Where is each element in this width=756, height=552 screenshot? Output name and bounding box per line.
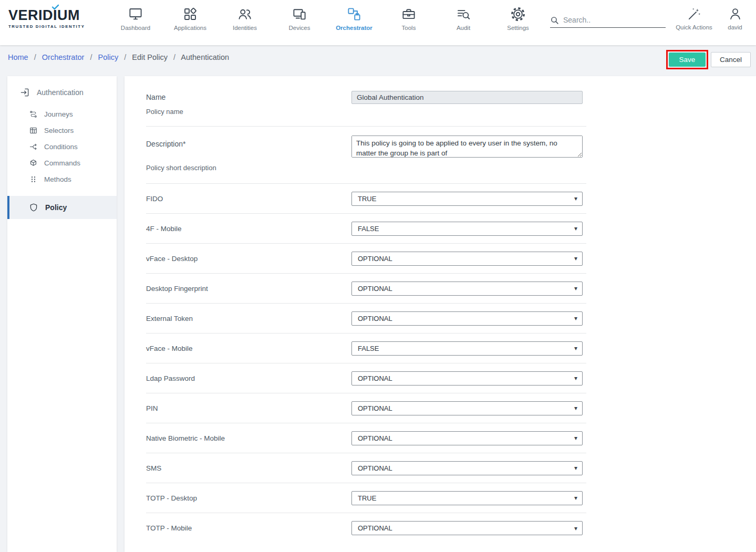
- field-label: 4F - Mobile: [146, 225, 351, 233]
- field-row-ldap-password: Ldap Password OPTIONAL ▾: [146, 363, 586, 393]
- search-icon: [550, 16, 559, 25]
- description-label: Description*: [146, 140, 351, 148]
- nav-label: Dashboard: [121, 25, 150, 31]
- user-name-label: david: [728, 24, 742, 30]
- external-token-select[interactable]: OPTIONAL ▾: [351, 311, 583, 326]
- identities-icon: [237, 6, 253, 22]
- field-row-native-biometric-mobile: Native Biometric - Mobile OPTIONAL ▾: [146, 423, 586, 453]
- sms-select[interactable]: OPTIONAL ▾: [351, 461, 583, 475]
- orchestrator-icon: [346, 6, 362, 22]
- field-label: vFace - Mobile: [146, 345, 351, 352]
- breadcrumb-policy[interactable]: Policy: [98, 53, 118, 61]
- nav-label: Devices: [289, 25, 310, 31]
- selectors-table-icon: [29, 126, 38, 135]
- login-arrow-icon: [19, 87, 30, 98]
- vface-mobile-select[interactable]: FALSE ▾: [351, 341, 583, 356]
- sidebar-item-methods[interactable]: Methods: [7, 171, 117, 188]
- select-value: TRUE: [358, 494, 376, 502]
- nav-item-orchestrator[interactable]: Orchestrator: [327, 5, 381, 31]
- quick-actions-button[interactable]: Quick Actions: [674, 5, 714, 30]
- nav-label: Identities: [233, 25, 257, 31]
- chevron-down-icon: ▾: [574, 225, 577, 232]
- 4f-mobile-select[interactable]: FALSE ▾: [351, 222, 583, 236]
- nav-item-devices[interactable]: Devices: [272, 5, 327, 31]
- pin-select[interactable]: OPTIONAL ▾: [351, 401, 583, 415]
- journeys-route-icon: [29, 110, 38, 119]
- sidebar-item-label: Policy: [45, 203, 67, 212]
- nav-label: Tools: [402, 25, 416, 31]
- sidebar-item-policy-active[interactable]: Policy: [7, 196, 117, 219]
- header-right: Quick Actions david: [674, 5, 755, 30]
- name-row: Name Policy name: [146, 77, 586, 127]
- user-avatar-icon: [728, 6, 743, 22]
- field-row-totp-desktop: TOTP - Desktop TRUE ▾: [146, 483, 586, 513]
- nav-item-tools[interactable]: Tools: [381, 5, 436, 31]
- chevron-down-icon: ▾: [574, 195, 577, 202]
- select-value: OPTIONAL: [358, 404, 392, 412]
- field-label: vFace - Desktop: [146, 255, 351, 263]
- chevron-down-icon: ▾: [574, 315, 577, 321]
- sidebar-header-authentication: Authentication: [7, 76, 117, 106]
- description-sublabel: Policy short description: [146, 164, 351, 172]
- policy-edit-panel: Name Policy name Description* Policy sho…: [125, 76, 756, 552]
- nav-label: Settings: [507, 25, 529, 31]
- nav-item-identities[interactable]: Identities: [218, 5, 272, 31]
- field-label: PIN: [146, 404, 351, 412]
- vface-desktop-select[interactable]: OPTIONAL ▾: [351, 252, 583, 266]
- desktop-fingerprint-select[interactable]: OPTIONAL ▾: [351, 282, 583, 296]
- select-value: OPTIONAL: [358, 315, 392, 322]
- sidebar-item-conditions[interactable]: Conditions: [7, 139, 117, 155]
- select-value: OPTIONAL: [358, 464, 392, 472]
- magic-wand-icon: [687, 6, 702, 22]
- breadcrumb-home[interactable]: Home: [8, 53, 28, 61]
- user-menu[interactable]: david: [714, 5, 755, 30]
- chevron-down-icon: ▾: [574, 495, 577, 501]
- sidebar-item-label: Methods: [44, 175, 71, 183]
- fido-select[interactable]: TRUE ▾: [351, 192, 583, 206]
- veridium-logo[interactable]: VERIDIUM TRUSTED DIGITAL IDENTITY: [8, 8, 85, 29]
- native-biometric-mobile-select[interactable]: OPTIONAL ▾: [351, 431, 583, 445]
- save-button[interactable]: Save: [669, 53, 706, 67]
- commands-cube-icon: [29, 159, 38, 168]
- nav-item-audit[interactable]: Audit: [436, 5, 491, 31]
- select-value: OPTIONAL: [358, 374, 392, 382]
- sidebar-header-label: Authentication: [37, 88, 84, 97]
- sidebar-item-label: Commands: [44, 159, 80, 167]
- field-row-fido: FIDO TRUE ▾: [146, 184, 586, 214]
- breadcrumb: Home / Orchestrator / Policy / Edit Poli…: [8, 53, 229, 61]
- breadcrumb-orchestrator[interactable]: Orchestrator: [42, 53, 85, 61]
- nav-label: Applications: [174, 25, 206, 31]
- select-value: OPTIONAL: [358, 285, 392, 293]
- quick-actions-label: Quick Actions: [676, 24, 712, 30]
- settings-gear-icon: [510, 6, 526, 22]
- nav-item-settings[interactable]: Settings: [491, 5, 545, 31]
- field-label: Native Biometric - Mobile: [146, 434, 351, 442]
- sidebar-item-selectors[interactable]: Selectors: [7, 122, 117, 139]
- sidebar-item-journeys[interactable]: Journeys: [7, 106, 117, 122]
- totp-desktop-select[interactable]: TRUE ▾: [351, 491, 583, 505]
- dashboard-icon: [128, 6, 143, 22]
- breadcrumb-separator: /: [173, 53, 175, 61]
- nav-item-dashboard[interactable]: Dashboard: [108, 5, 163, 31]
- chevron-down-icon: ▾: [574, 465, 577, 471]
- policy-name-input[interactable]: [351, 91, 583, 104]
- ldap-password-select[interactable]: OPTIONAL ▾: [351, 371, 583, 386]
- nav-item-applications[interactable]: Applications: [163, 5, 218, 31]
- field-label: Desktop Fingerprint: [146, 285, 351, 293]
- policy-shield-icon: [29, 203, 38, 212]
- cancel-button[interactable]: Cancel: [711, 52, 751, 67]
- page-actions: Save Cancel: [666, 50, 751, 69]
- field-row-totp-mobile: TOTP - Mobile OPTIONAL ▾: [146, 513, 586, 543]
- policy-description-textarea[interactable]: This policy is going to be applied to ev…: [351, 136, 583, 158]
- field-label: FIDO: [146, 195, 351, 203]
- logo-wordmark: VERIDIUM: [8, 8, 85, 23]
- totp-mobile-select[interactable]: OPTIONAL ▾: [351, 521, 583, 535]
- sidebar-item-commands[interactable]: Commands: [7, 155, 117, 171]
- logo-tagline: TRUSTED DIGITAL IDENTITY: [8, 24, 85, 29]
- field-row-sms: SMS OPTIONAL ▾: [146, 453, 586, 483]
- chevron-down-icon: ▾: [574, 345, 577, 351]
- main-nav: Dashboard Applications Identities Device…: [108, 5, 545, 31]
- search-input[interactable]: [559, 15, 666, 25]
- logo-check-icon: [51, 4, 59, 10]
- sidebar-item-label: Selectors: [44, 127, 74, 134]
